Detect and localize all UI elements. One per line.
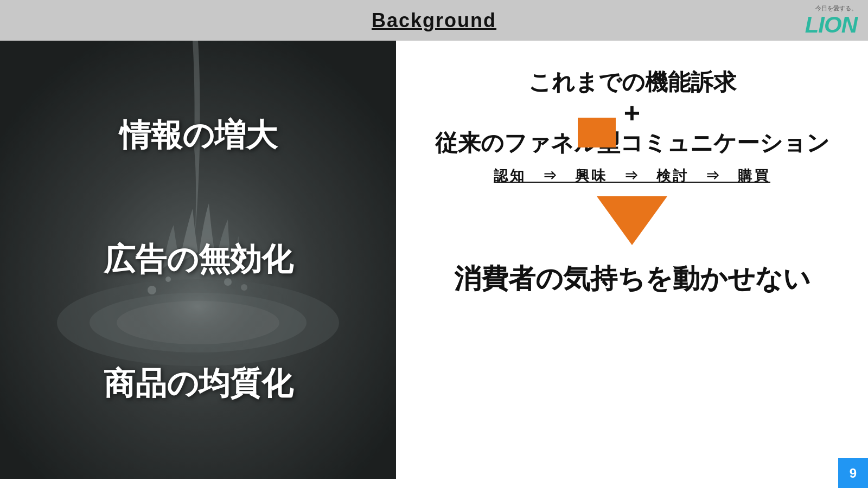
logo-area: 今日を愛する。 LION [805, 4, 857, 36]
left-item-2: 広告の無効化 [104, 239, 293, 281]
left-overlay: 情報の増大 広告の無効化 商品の均質化 [0, 41, 396, 479]
bottom-conclusion-text: 消費者の気持ちを動かせない [454, 261, 810, 297]
arrow-shaft [578, 118, 616, 147]
logo-text: LION [805, 14, 857, 36]
down-arrow-wrapper [597, 196, 667, 245]
left-item-3: 商品の均質化 [104, 363, 293, 405]
right-panel: これまでの機能訴求 + 従来のファネル型コミュニケーション 認知 ⇒ 興味 ⇒ … [396, 41, 868, 479]
left-item-1: 情報の増大 [119, 114, 277, 157]
functional-appeal-text: これまでの機能訴求 [528, 68, 736, 98]
page-number: 9 [838, 458, 868, 488]
right-top: これまでの機能訴求 + 従来のファネル型コミュニケーション 認知 ⇒ 興味 ⇒ … [435, 68, 829, 185]
down-arrow-head [597, 196, 667, 245]
header-bar: Background [0, 0, 868, 41]
funnel-steps-text: 認知 ⇒ 興味 ⇒ 検討 ⇒ 購買 [494, 166, 770, 185]
left-panel: 情報の増大 広告の無効化 商品の均質化 [0, 41, 396, 479]
slide-title: Background [372, 9, 496, 32]
funnel-comm-text: 従来のファネル型コミュニケーション [435, 129, 829, 158]
logo-tagline: 今日を愛する。 [815, 4, 857, 12]
arrow-section [597, 196, 667, 245]
slide: Background 今日を愛する。 LION [0, 0, 868, 488]
plus-sign: + [624, 98, 640, 129]
